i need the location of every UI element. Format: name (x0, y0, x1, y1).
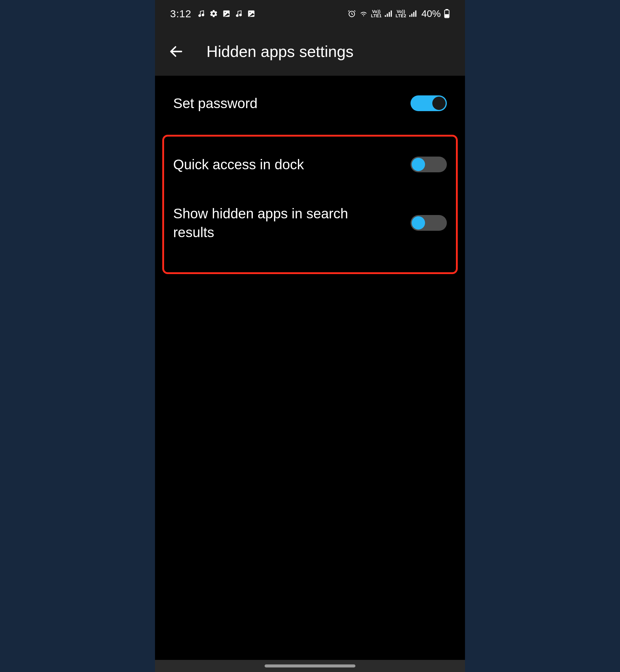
toggle-thumb (412, 158, 425, 171)
svg-rect-19 (445, 14, 449, 17)
image-icon (222, 9, 231, 18)
status-bar-left: 3:12 (170, 8, 256, 20)
setting-label: Set password (173, 94, 258, 113)
arrow-left-icon (168, 44, 184, 59)
svg-rect-14 (411, 14, 412, 17)
setting-row-set-password[interactable]: Set password (155, 82, 465, 125)
phone-frame: 3:12 (155, 0, 465, 672)
back-button[interactable] (167, 42, 185, 60)
lte1-indicator: Vo)) LTE1 (371, 9, 382, 18)
gesture-nav-pill (265, 664, 355, 667)
svg-point-3 (225, 12, 226, 13)
alarm-icon (348, 9, 356, 18)
gesture-nav-bar[interactable] (155, 660, 465, 672)
settings-content: Set password Quick access in dock Show h… (155, 76, 465, 672)
setting-label: Show hidden apps in search results (173, 204, 361, 242)
svg-point-4 (237, 14, 239, 17)
toggle-thumb (412, 216, 425, 230)
svg-rect-15 (413, 12, 414, 17)
toggle-quick-access[interactable] (411, 156, 447, 172)
toggle-set-password[interactable] (411, 95, 447, 111)
svg-rect-11 (389, 12, 390, 17)
music-note-icon-2 (235, 9, 243, 18)
svg-rect-9 (385, 15, 386, 17)
lte2-indicator: Vo)) LTE2 (396, 9, 406, 18)
setting-row-show-hidden-search[interactable]: Show hidden apps in search results (155, 186, 465, 260)
lte2-bot: LTE2 (396, 14, 406, 18)
svg-point-1 (202, 14, 204, 16)
lte2-top: Vo)) (397, 9, 405, 14)
lte1-bot: LTE1 (371, 14, 382, 18)
setting-label: Quick access in dock (173, 155, 304, 174)
lte1-top: Vo)) (372, 9, 380, 14)
svg-rect-16 (415, 11, 416, 17)
signal-bars-2-icon (409, 10, 417, 17)
svg-rect-12 (391, 11, 392, 17)
setting-row-quick-access[interactable]: Quick access in dock (155, 125, 465, 186)
app-bar: Hidden apps settings (155, 27, 465, 76)
svg-rect-10 (386, 14, 388, 17)
toggle-thumb (432, 97, 446, 110)
svg-rect-13 (409, 15, 411, 17)
svg-point-7 (250, 12, 251, 13)
battery-icon (444, 9, 450, 18)
status-bar-right: Vo)) LTE1 Vo)) LTE2 40% (348, 8, 450, 19)
image-icon-2 (247, 9, 256, 18)
stage: 3:12 (0, 0, 620, 672)
music-note-icon (197, 9, 205, 18)
battery-percent: 40% (421, 8, 441, 19)
status-bar: 3:12 (155, 0, 465, 27)
page-title: Hidden apps settings (206, 42, 354, 60)
signal-bars-1-icon (385, 10, 393, 17)
svg-point-5 (240, 14, 242, 16)
wifi-icon (359, 10, 368, 17)
status-time: 3:12 (170, 8, 191, 20)
gear-icon (209, 9, 218, 18)
toggle-show-hidden-search[interactable] (411, 215, 447, 231)
svg-rect-18 (446, 9, 448, 10)
svg-point-0 (199, 14, 201, 17)
